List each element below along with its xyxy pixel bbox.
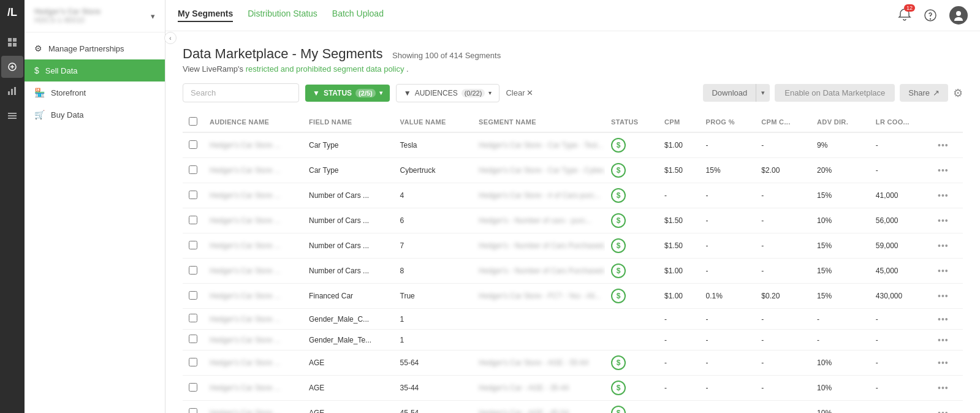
- row-more-button-9[interactable]: •••: [938, 358, 949, 368]
- app-logo[interactable]: /L: [7, 6, 17, 19]
- row-more-button-3[interactable]: •••: [938, 216, 949, 225]
- row-checkbox-5[interactable]: [189, 266, 197, 275]
- col-header-prog: PROG %: [700, 112, 756, 132]
- table-row: Hedger's Car Store ... Number of Cars ..…: [183, 208, 963, 233]
- prog-5: -: [700, 259, 756, 284]
- lr-coo-4: 59,000: [870, 233, 932, 259]
- row-more-button-5[interactable]: •••: [938, 266, 949, 276]
- sidebar: ‹ Hedger's Car Store HDCS-1-90010 ▾ ⚙ Ma…: [25, 0, 165, 413]
- main-content: My Segments Distribution Status Batch Up…: [165, 0, 980, 413]
- segment-name-0: Hedger's Car Store - Car Type - Tesl...: [479, 141, 603, 150]
- row-more-button-2[interactable]: •••: [938, 191, 949, 200]
- row-more-button-10[interactable]: •••: [938, 383, 949, 393]
- row-more-button-1[interactable]: •••: [938, 165, 949, 175]
- company-chevron-icon[interactable]: ▾: [151, 12, 155, 21]
- policy-link[interactable]: restricted and prohibited segment data p…: [246, 64, 405, 74]
- lr-coo-5: 45,000: [870, 259, 932, 284]
- table-row: Hedger's Car Store ... Number of Cars ..…: [183, 259, 963, 284]
- row-more-button-6[interactable]: •••: [938, 291, 949, 301]
- sidebar-menu: ⚙ Manage Partnerships $ Sell Data 🏪 Stor…: [25, 32, 165, 131]
- sidebar-item-storefront[interactable]: 🏪 Storefront: [25, 81, 165, 104]
- col-header-cpm-c: CPM C...: [755, 112, 811, 132]
- lr-coo-7: -: [870, 309, 932, 330]
- row-checkbox-3[interactable]: [189, 216, 197, 224]
- field-name-6: Financed Car: [309, 292, 353, 300]
- cpm-c-4: -: [755, 233, 811, 259]
- row-more-button-8[interactable]: •••: [938, 335, 949, 345]
- value-name-4: 7: [400, 241, 405, 250]
- audience-name-8: Hedger's Car Store ...: [210, 336, 281, 344]
- gear-icon: ⚙: [34, 44, 42, 53]
- help-icon[interactable]: [921, 6, 940, 25]
- audience-name-2: Hedger's Car Store ...: [210, 191, 281, 200]
- row-checkbox-2[interactable]: [189, 191, 197, 199]
- search-input[interactable]: [183, 83, 299, 102]
- row-checkbox-6[interactable]: [189, 291, 197, 300]
- share-icon: ↗: [933, 88, 940, 97]
- prog-4: -: [700, 233, 756, 259]
- row-more-button-4[interactable]: •••: [938, 241, 949, 251]
- cpm-10: -: [658, 376, 700, 401]
- cpm-5: $1.00: [658, 259, 700, 284]
- nav-icon-data[interactable]: [1, 56, 23, 78]
- table-row: Hedger's Car Store ... AGE 45-54 Hedger'…: [183, 401, 963, 414]
- prog-11: -: [700, 401, 756, 414]
- sidebar-item-label-buy: Buy Data: [51, 110, 83, 119]
- sidebar-item-buy-data[interactable]: 🛒 Buy Data: [25, 104, 165, 126]
- tab-batch-upload[interactable]: Batch Upload: [332, 9, 384, 22]
- value-name-5: 8: [400, 267, 405, 275]
- share-button[interactable]: Share ↗: [900, 84, 948, 102]
- sidebar-item-manage-partnerships[interactable]: ⚙ Manage Partnerships: [25, 37, 165, 59]
- row-checkbox-4[interactable]: [189, 241, 197, 249]
- row-checkbox-0[interactable]: [189, 140, 197, 149]
- nav-icon-chart[interactable]: [1, 80, 23, 102]
- settings-icon[interactable]: ⚙: [953, 86, 963, 100]
- field-name-11: AGE: [309, 409, 324, 413]
- table-row: Hedger's Car Store ... Financed Car True…: [183, 284, 963, 309]
- enable-button[interactable]: Enable on Data Marketplace: [775, 84, 895, 102]
- page-title-row: Data Marketplace - My Segments Showing 1…: [183, 46, 963, 62]
- sidebar-item-label-storefront: Storefront: [51, 88, 86, 97]
- table-row: Hedger's Car Store ... Number of Cars ..…: [183, 233, 963, 259]
- sidebar-item-sell-data[interactable]: $ Sell Data: [25, 59, 165, 81]
- cpm-4: $1.50: [658, 233, 700, 259]
- cpm-c-3: -: [755, 208, 811, 233]
- status-active-icon: $: [611, 263, 626, 278]
- row-checkbox-11[interactable]: [189, 408, 197, 414]
- audience-name-5: Hedger's Car Store ...: [210, 267, 281, 275]
- download-button[interactable]: Download: [703, 84, 756, 102]
- svg-rect-8: [8, 113, 17, 114]
- audience-name-6: Hedger's Car Store ...: [210, 292, 281, 300]
- row-checkbox-10[interactable]: [189, 383, 197, 392]
- svg-rect-2: [8, 43, 12, 47]
- row-more-button-7[interactable]: •••: [938, 314, 949, 324]
- lr-coo-9: -: [870, 350, 932, 376]
- tab-my-segments[interactable]: My Segments: [178, 9, 233, 22]
- prog-0: -: [700, 132, 756, 158]
- tab-distribution-status[interactable]: Distribution Status: [248, 9, 317, 22]
- nav-icon-grid[interactable]: [1, 31, 23, 53]
- lr-coo-2: 41,000: [870, 183, 932, 208]
- policy-end: .: [406, 64, 409, 74]
- row-more-button-0[interactable]: •••: [938, 140, 949, 150]
- select-all-checkbox[interactable]: [189, 117, 197, 126]
- row-more-button-11[interactable]: •••: [938, 408, 949, 413]
- avatar[interactable]: [949, 6, 968, 25]
- row-checkbox-8[interactable]: [189, 335, 197, 343]
- audience-filter-button[interactable]: ▼ AUDIENCES (0/22) ▾: [396, 84, 500, 102]
- table-row: Hedger's Car Store ... Car Type Tesla He…: [183, 132, 963, 158]
- notification-bell[interactable]: 12: [898, 8, 911, 23]
- sidebar-collapse-btn[interactable]: ‹: [164, 32, 177, 44]
- status-filter-button[interactable]: ▼ STATUS (2/5) ▾: [305, 85, 390, 102]
- download-arrow-button[interactable]: ▾: [756, 84, 770, 102]
- row-checkbox-1[interactable]: [189, 165, 197, 174]
- prog-6: 0.1%: [700, 284, 756, 309]
- nav-icon-list[interactable]: [1, 105, 23, 127]
- segment-name-1: Hedger's Car Store - Car Type - Cyber...: [479, 166, 605, 175]
- dollar-icon: $: [34, 66, 39, 75]
- cpm-c-0: -: [755, 132, 811, 158]
- clear-button[interactable]: Clear ✕: [506, 88, 533, 97]
- row-checkbox-7[interactable]: [189, 314, 197, 322]
- audience-name-1: Hedger's Car Store ...: [210, 166, 281, 175]
- row-checkbox-9[interactable]: [189, 358, 197, 366]
